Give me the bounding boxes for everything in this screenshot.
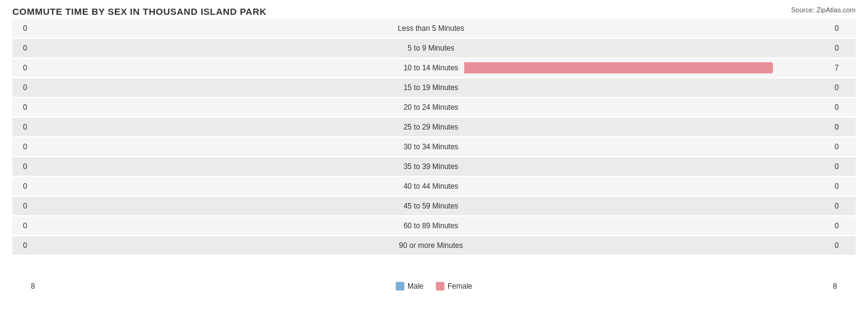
chart-row: 0 90 or more Minutes 0 bbox=[12, 236, 856, 255]
female-side bbox=[468, 236, 831, 255]
female-value: 0 bbox=[831, 221, 856, 230]
male-value: 0 bbox=[12, 44, 31, 52]
female-legend-label: Female bbox=[448, 282, 472, 291]
female-value: 0 bbox=[831, 182, 856, 191]
row-label: 15 to 19 Minutes bbox=[399, 83, 464, 92]
bars-wrapper: 20 to 24 Minutes bbox=[31, 98, 831, 117]
row-label: 40 to 44 Minutes bbox=[399, 182, 464, 191]
chart-row: 0 Less than 5 Minutes 0 bbox=[12, 19, 856, 38]
male-value: 0 bbox=[12, 103, 31, 112]
chart-row: 0 25 to 29 Minutes 0 bbox=[12, 118, 856, 136]
bottom-area: 8 Male Female 8 bbox=[12, 282, 856, 291]
female-side bbox=[463, 138, 831, 156]
row-label: 60 to 89 Minutes bbox=[399, 221, 464, 230]
female-side bbox=[463, 177, 831, 196]
male-side bbox=[31, 78, 399, 97]
bottom-left-value: 8 bbox=[31, 282, 49, 291]
female-value: 0 bbox=[831, 241, 856, 250]
bars-wrapper: 25 to 29 Minutes bbox=[31, 118, 831, 136]
female-value: 0 bbox=[831, 142, 856, 151]
male-side bbox=[31, 177, 399, 196]
male-value: 0 bbox=[12, 24, 31, 33]
female-value: 0 bbox=[831, 44, 856, 52]
chart-row: 0 60 to 89 Minutes 0 bbox=[12, 217, 856, 235]
male-legend-label: Male bbox=[407, 282, 424, 291]
bars-wrapper: 40 to 44 Minutes bbox=[31, 177, 831, 196]
female-side bbox=[463, 59, 831, 77]
chart-container: COMMUTE TIME BY SEX IN THOUSAND ISLAND P… bbox=[0, 0, 868, 322]
female-value: 7 bbox=[831, 64, 856, 72]
chart-row: 0 35 to 39 Minutes 0 bbox=[12, 157, 856, 176]
row-label: 5 to 9 Minutes bbox=[403, 44, 459, 52]
female-value: 0 bbox=[831, 24, 856, 33]
bottom-right-value: 8 bbox=[819, 282, 837, 291]
male-value: 0 bbox=[12, 202, 31, 210]
bars-wrapper: Less than 5 Minutes bbox=[31, 19, 831, 38]
legend: Male Female bbox=[396, 282, 472, 291]
bars-wrapper: 10 to 14 Minutes bbox=[31, 59, 831, 77]
male-side bbox=[31, 19, 393, 38]
chart-row: 0 45 to 59 Minutes 0 bbox=[12, 197, 856, 215]
female-value: 0 bbox=[831, 123, 856, 131]
male-side bbox=[31, 59, 399, 77]
row-label: 35 to 39 Minutes bbox=[399, 162, 464, 171]
row-label: 25 to 29 Minutes bbox=[399, 123, 464, 131]
male-side bbox=[31, 236, 394, 255]
male-value: 0 bbox=[12, 83, 31, 92]
male-value: 0 bbox=[12, 221, 31, 230]
chart-row: 0 5 to 9 Minutes 0 bbox=[12, 39, 856, 57]
male-side bbox=[31, 98, 399, 117]
row-label: 20 to 24 Minutes bbox=[399, 103, 464, 112]
female-value: 0 bbox=[831, 83, 856, 92]
chart-row: 0 10 to 14 Minutes 7 bbox=[12, 59, 856, 77]
bars-wrapper: 30 to 34 Minutes bbox=[31, 138, 831, 156]
female-value: 0 bbox=[831, 202, 856, 210]
female-legend-box bbox=[436, 282, 444, 291]
male-value: 0 bbox=[12, 64, 31, 72]
male-side bbox=[31, 39, 403, 57]
female-side bbox=[463, 157, 831, 176]
chart-area: 0 Less than 5 Minutes 0 0 5 to 9 Minutes bbox=[12, 19, 856, 278]
male-side bbox=[31, 217, 399, 235]
female-value: 0 bbox=[831, 162, 856, 171]
male-value: 0 bbox=[12, 162, 31, 171]
bars-wrapper: 60 to 89 Minutes bbox=[31, 217, 831, 235]
legend-male: Male bbox=[396, 282, 424, 291]
male-value: 0 bbox=[12, 241, 31, 250]
female-bar bbox=[464, 62, 773, 73]
female-side bbox=[463, 118, 831, 136]
row-label: Less than 5 Minutes bbox=[393, 24, 469, 33]
bars-wrapper: 5 to 9 Minutes bbox=[31, 39, 831, 57]
male-value: 0 bbox=[12, 123, 31, 131]
female-side bbox=[463, 197, 831, 215]
bars-wrapper: 45 to 59 Minutes bbox=[31, 197, 831, 215]
row-label: 90 or more Minutes bbox=[394, 241, 467, 250]
female-value: 0 bbox=[831, 103, 856, 112]
male-side bbox=[31, 197, 399, 215]
chart-title: COMMUTE TIME BY SEX IN THOUSAND ISLAND P… bbox=[12, 6, 856, 17]
male-side bbox=[31, 118, 399, 136]
female-side bbox=[459, 39, 831, 57]
male-legend-box bbox=[396, 282, 404, 291]
male-value: 0 bbox=[12, 142, 31, 151]
bars-wrapper: 15 to 19 Minutes bbox=[31, 78, 831, 97]
male-value: 0 bbox=[12, 182, 31, 191]
bars-wrapper: 35 to 39 Minutes bbox=[31, 157, 831, 176]
chart-row: 0 40 to 44 Minutes 0 bbox=[12, 177, 856, 196]
chart-row: 0 15 to 19 Minutes 0 bbox=[12, 78, 856, 97]
legend-female: Female bbox=[436, 282, 472, 291]
male-side bbox=[31, 138, 399, 156]
bars-wrapper: 90 or more Minutes bbox=[31, 236, 831, 255]
row-label: 45 to 59 Minutes bbox=[399, 202, 464, 210]
chart-row: 0 30 to 34 Minutes 0 bbox=[12, 138, 856, 156]
row-label: 30 to 34 Minutes bbox=[399, 142, 464, 151]
female-side bbox=[463, 98, 831, 117]
chart-row: 0 20 to 24 Minutes 0 bbox=[12, 98, 856, 117]
source-label: Source: ZipAtlas.com bbox=[791, 6, 856, 14]
female-side bbox=[463, 78, 831, 97]
row-label: 10 to 14 Minutes bbox=[399, 64, 464, 72]
female-side bbox=[469, 19, 831, 38]
female-side bbox=[463, 217, 831, 235]
male-side bbox=[31, 157, 399, 176]
